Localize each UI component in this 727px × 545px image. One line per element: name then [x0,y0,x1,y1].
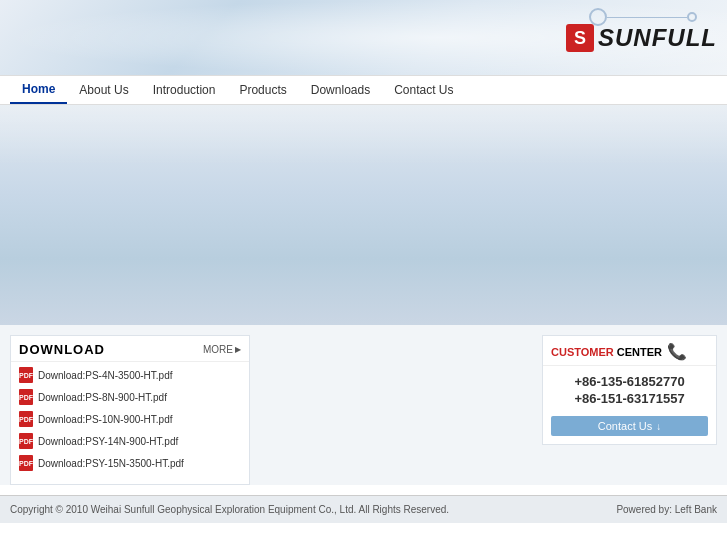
footer: Copyright © 2010 Weihai Sunfull Geophysi… [0,495,727,523]
download-link-4[interactable]: Download:PSY-14N-900-HT.pdf [38,436,178,447]
contact-us-button[interactable]: Contact Us [551,416,708,436]
download-title: DOWNLOAD [19,342,105,357]
nav-item-about[interactable]: About Us [67,76,140,104]
list-item: PDF Download:PS-4N-3500-HT.pdf [11,364,249,386]
download-link-5[interactable]: Download:PSY-15N-3500-HT.pdf [38,458,184,469]
logo: S SUNFULL [566,24,717,52]
customer-title-part2: CENTER [617,346,662,358]
list-item: PDF Download:PSY-15N-3500-HT.pdf [11,452,249,474]
customer-title-part1: CUSTOMER [551,346,614,358]
download-link-2[interactable]: Download:PS-8N-900-HT.pdf [38,392,167,403]
customer-phone-numbers: +86-135-61852770 +86-151-63171557 [543,366,716,412]
pdf-icon: PDF [19,411,33,427]
list-item: PDF Download:PS-8N-900-HT.pdf [11,386,249,408]
download-list: PDF Download:PS-4N-3500-HT.pdf PDF Downl… [11,362,249,476]
phone-icon: 📞 [667,342,687,361]
download-link-3[interactable]: Download:PS-10N-900-HT.pdf [38,414,173,425]
customer-title: CUSTOMER CENTER [551,346,662,358]
main-content: DOWNLOAD MORE PDF Download:PS-4N-3500-HT… [0,325,727,485]
slideshow [0,105,727,325]
customer-center-box: CUSTOMER CENTER 📞 +86-135-61852770 +86-1… [542,335,717,445]
pdf-icon: PDF [19,433,33,449]
download-link-1[interactable]: Download:PS-4N-3500-HT.pdf [38,370,173,381]
phone-number-1: +86-135-61852770 [551,374,708,389]
nav-item-products[interactable]: Products [227,76,298,104]
download-box: DOWNLOAD MORE PDF Download:PS-4N-3500-HT… [10,335,250,485]
list-item: PDF Download:PS-10N-900-HT.pdf [11,408,249,430]
footer-powered-by: Powered by: Left Bank [616,504,717,515]
logo-s-icon: S [566,24,594,52]
phone-number-2: +86-151-63171557 [551,391,708,406]
nav-item-downloads[interactable]: Downloads [299,76,382,104]
list-item: PDF Download:PSY-14N-900-HT.pdf [11,430,249,452]
pdf-icon: PDF [19,367,33,383]
logo-text: SUNFULL [598,24,717,52]
nav-item-introduction[interactable]: Introduction [141,76,228,104]
nav-item-home[interactable]: Home [10,76,67,104]
main-spacer [260,335,532,485]
pdf-icon: PDF [19,455,33,471]
navbar: Home About Us Introduction Products Down… [0,75,727,105]
download-more-link[interactable]: MORE [203,344,241,355]
footer-copyright: Copyright © 2010 Weihai Sunfull Geophysi… [10,504,449,515]
pdf-icon: PDF [19,389,33,405]
nav-item-contact[interactable]: Contact Us [382,76,465,104]
header: S SUNFULL [0,0,727,75]
